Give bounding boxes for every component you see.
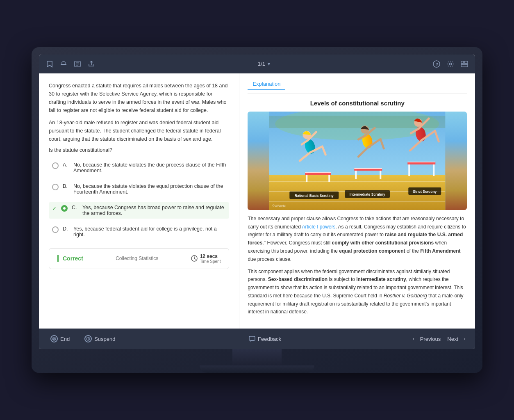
explanation-tab: Explanation <box>248 73 467 94</box>
svg-rect-0 <box>61 64 66 65</box>
bottom-left-actions: End Suspend <box>47 333 118 345</box>
choice-letter-b: B. <box>63 183 69 189</box>
svg-text:Intermediate Scrutiny: Intermediate Scrutiny <box>350 192 385 196</box>
answer-choice-b[interactable]: B. No, because the statute violates the … <box>49 181 229 197</box>
question-stem: Is the statute constitutional? <box>49 147 229 153</box>
next-button[interactable]: Next → <box>447 335 467 342</box>
suspend-label: Suspend <box>94 336 115 342</box>
answer-choice-d[interactable]: D. Yes, because federal student aid for … <box>49 224 229 240</box>
explanation-para1: The necessary and proper clause allows C… <box>248 215 467 264</box>
svg-rect-22 <box>305 172 331 173</box>
settings-icon[interactable] <box>446 60 455 68</box>
suspend-icon <box>84 335 92 342</box>
bottom-bar: End Suspend Feedback <box>39 329 475 349</box>
choice-text-b: No, because the statute violates the equ… <box>73 183 226 195</box>
monitor-screen: 1/1 ▾ ? <box>39 55 475 349</box>
suspend-button[interactable]: Suspend <box>81 333 118 345</box>
grid-icon[interactable] <box>460 60 469 68</box>
monitor: 1/1 ▾ ? <box>32 47 482 373</box>
monitor-stand-neck <box>232 349 282 365</box>
radio-a <box>52 162 59 169</box>
choice-letter-c: C. <box>72 205 78 210</box>
svg-rect-30 <box>408 162 436 162</box>
svg-rect-10 <box>461 64 468 67</box>
radio-d <box>52 226 59 233</box>
answer-choice-c[interactable]: ✓ C. Yes, because Congress has broad pow… <box>49 202 229 219</box>
toolbar-right: ? <box>432 60 469 68</box>
explanation-image-title: Levels of constitutional scrutiny <box>248 100 467 107</box>
right-panel: Explanation Levels of constitutional scr… <box>239 73 475 329</box>
choice-text-c: Yes, because Congress has broad power to… <box>82 205 226 216</box>
explanation-body: The necessary and proper clause allows C… <box>248 215 467 317</box>
end-button[interactable]: End <box>47 333 73 345</box>
svg-rect-8 <box>461 61 464 64</box>
svg-rect-28 <box>433 163 435 176</box>
previous-button[interactable]: ← Previous <box>412 335 441 342</box>
answer-choice-a[interactable]: A. No, because the statute violates the … <box>49 160 229 176</box>
end-label: End <box>60 336 70 342</box>
notes-icon[interactable] <box>73 60 82 68</box>
choice-letter-a: A. <box>63 162 69 168</box>
result-bar: Correct Collecting Statistics 12 secs Ti… <box>49 248 229 269</box>
svg-text:©UWorld: ©UWorld <box>273 204 286 208</box>
radio-b <box>52 184 59 190</box>
svg-rect-9 <box>464 61 468 64</box>
collecting-stats: Collecting Statistics <box>116 256 158 261</box>
hurdle-image: Rational Basis Scrutiny Intermediate Scr… <box>248 112 467 210</box>
choice-text-a: No, because the statute violates the due… <box>73 162 226 173</box>
toolbar-left <box>45 60 96 68</box>
tab-explanation[interactable]: Explanation <box>248 78 285 90</box>
feedback-label: Feedback <box>258 336 281 342</box>
monitor-stand-base <box>200 365 314 373</box>
radio-c <box>61 205 68 212</box>
scenario-text: An 18-year-old male refused to register … <box>49 119 229 143</box>
svg-rect-64 <box>249 336 255 340</box>
prev-arrow-icon: ← <box>412 335 418 342</box>
explanation-para2: This component applies when the federal … <box>248 268 467 317</box>
end-icon <box>50 335 58 342</box>
chevron-down-icon[interactable]: ▾ <box>268 61 270 67</box>
svg-text:?: ? <box>435 62 438 66</box>
time-value: 12 secs <box>200 253 221 259</box>
svg-text:Rational Basis Scrutiny: Rational Basis Scrutiny <box>295 194 334 198</box>
previous-label: Previous <box>420 336 441 342</box>
share-icon[interactable] <box>87 60 96 68</box>
choice-letter-d: D. <box>63 226 69 232</box>
time-label: Time Spent <box>200 259 221 264</box>
svg-point-7 <box>449 63 451 65</box>
choice-text-d: Yes, because federal student aid for col… <box>73 226 226 237</box>
hurdle-illustration: Rational Basis Scrutiny Intermediate Scr… <box>248 112 467 210</box>
left-panel: Congress enacted a statute that requires… <box>39 73 239 329</box>
toolbar: 1/1 ▾ ? <box>39 55 475 73</box>
svg-text:Strict Scrutiny: Strict Scrutiny <box>413 189 437 194</box>
content-area: Congress enacted a statute that requires… <box>39 73 475 329</box>
help-icon[interactable]: ? <box>432 60 441 68</box>
feedback-button[interactable]: Feedback <box>249 336 281 342</box>
time-spent: 12 secs Time Spent <box>191 253 221 264</box>
svg-rect-27 <box>409 163 410 176</box>
article1-link[interactable]: Article I powers <box>302 224 336 230</box>
next-arrow-icon: → <box>460 335 467 342</box>
next-label: Next <box>447 336 458 342</box>
svg-rect-26 <box>355 168 382 169</box>
toolbar-center[interactable]: 1/1 ▾ <box>258 61 270 67</box>
bookmark-icon[interactable] <box>45 60 54 68</box>
clock-icon <box>191 255 198 262</box>
highlight-icon[interactable] <box>59 60 68 68</box>
result-correct: Correct <box>57 255 83 262</box>
page-indicator: 1/1 <box>258 61 265 67</box>
feedback-icon <box>249 336 255 342</box>
nav-buttons: ← Previous Next → <box>412 335 467 342</box>
check-icon: ✓ <box>52 205 57 212</box>
passage-text: Congress enacted a statute that requires… <box>49 82 229 114</box>
